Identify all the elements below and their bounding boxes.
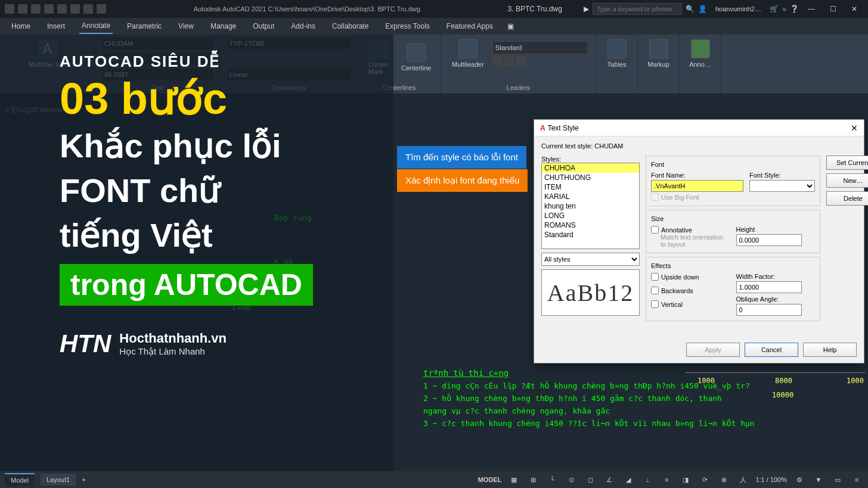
font-name-select[interactable] xyxy=(651,180,743,192)
font-style-select[interactable] xyxy=(749,180,815,192)
clean-icon[interactable]: ▭ xyxy=(831,473,844,486)
cancel-button[interactable]: Cancel xyxy=(745,343,798,357)
style-item[interactable]: khung ten xyxy=(542,201,639,211)
minimize-button[interactable]: — xyxy=(802,2,820,16)
qat-icon[interactable] xyxy=(83,4,93,14)
workspace-icon[interactable]: ▼ xyxy=(812,473,825,486)
user-label[interactable]: hoanvuminh2… xyxy=(715,5,761,13)
tab-view[interactable]: View xyxy=(176,19,196,33)
callout-step2: Xác định loại font đang thiếu xyxy=(397,169,528,192)
style-item[interactable]: CHUTHUONG xyxy=(542,173,639,182)
snap-icon[interactable]: ⊞ xyxy=(526,473,540,486)
grid-icon[interactable]: ▦ xyxy=(507,473,520,486)
leader-style-select[interactable] xyxy=(492,41,588,54)
styles-label: Styles: xyxy=(541,156,640,163)
size-group-label: Size xyxy=(651,215,815,222)
leader-icon[interactable] xyxy=(516,57,526,66)
model-space-label[interactable]: MODEL xyxy=(478,476,502,483)
isoplane-icon[interactable]: ◢ xyxy=(622,473,635,486)
qat-icon[interactable] xyxy=(18,4,27,14)
menu-bar: Home Insert Annotate Parametric View Man… xyxy=(0,18,868,35)
maximize-button[interactable]: ☐ xyxy=(824,2,842,16)
autodesk-icon[interactable]: ⟐ xyxy=(782,5,786,13)
tab-insert[interactable]: Insert xyxy=(45,19,67,33)
use-big-font-checkbox[interactable]: Use Big Font xyxy=(651,193,743,201)
dimension: 10000 xyxy=(772,391,793,399)
vertical-checkbox[interactable]: Vertical xyxy=(651,300,730,308)
cart-icon[interactable]: 🛒 xyxy=(770,5,779,13)
qat-icon[interactable] xyxy=(57,4,67,14)
font-name-label: Font Name: xyxy=(651,172,743,179)
style-item[interactable]: Standard xyxy=(542,230,639,240)
anno-scale-icon[interactable]: 人 xyxy=(736,473,749,486)
tab-addins[interactable]: Add-ins xyxy=(289,19,318,33)
delete-style-button[interactable]: Delete xyxy=(826,191,868,206)
multileader-button[interactable]: Multileader xyxy=(447,37,489,70)
tables-button[interactable]: Tables xyxy=(602,37,631,70)
title-bar: Autodesk AutoCAD 2021 C:\Users\hoanv\One… xyxy=(0,0,868,18)
gear-icon[interactable]: ⚙ xyxy=(793,473,806,486)
lineweight-icon[interactable]: ≡ xyxy=(660,473,673,486)
cycling-icon[interactable]: ⟳ xyxy=(698,473,711,486)
style-filter-select[interactable]: All styles xyxy=(541,253,640,266)
tab-collab[interactable]: Collaborate xyxy=(330,19,371,33)
style-item[interactable]: KARIAL xyxy=(542,192,639,201)
style-item[interactable]: ROMANS xyxy=(542,220,639,230)
qat-icon[interactable] xyxy=(70,4,80,14)
oblique-input[interactable] xyxy=(736,304,802,316)
callout-step1: Tìm đến style có báo lỗi font xyxy=(397,146,526,169)
centerline-button[interactable]: Centerline xyxy=(396,41,436,74)
layout-tab[interactable]: Layout1 xyxy=(41,474,76,486)
style-item[interactable]: LONG xyxy=(542,211,639,220)
tab-parametric[interactable]: Parametric xyxy=(125,19,164,33)
upside-checkbox[interactable]: Upside down xyxy=(651,273,730,281)
qat-icon[interactable] xyxy=(44,4,54,14)
help-search-input[interactable] xyxy=(593,3,682,15)
tab-output[interactable]: Output xyxy=(250,19,277,33)
add-layout-icon[interactable]: + xyxy=(82,476,85,483)
close-button[interactable]: ✕ xyxy=(845,2,863,16)
annotative-checkbox[interactable]: Annotative xyxy=(651,226,730,234)
tab-home[interactable]: Home xyxy=(9,19,33,33)
ortho-icon[interactable]: └ xyxy=(545,473,559,486)
dialog-titlebar[interactable]: A Text Style ✕ xyxy=(534,120,864,136)
qat-icon[interactable] xyxy=(97,4,106,14)
leader-icon[interactable] xyxy=(504,57,514,66)
new-style-button[interactable]: New… xyxy=(826,173,868,188)
width-factor-input[interactable] xyxy=(736,281,802,293)
osnap-icon[interactable]: ◻ xyxy=(584,473,597,486)
search-icon[interactable]: 🔍 xyxy=(686,5,695,13)
anno-icon xyxy=(691,39,710,58)
height-input[interactable] xyxy=(736,234,802,246)
backwards-checkbox[interactable]: Backwards xyxy=(651,287,730,294)
help-button[interactable]: Help xyxy=(803,343,857,357)
dimension: 1000 xyxy=(698,377,715,385)
anno-button[interactable]: Anno… xyxy=(686,37,715,70)
anno-monitor-icon[interactable]: ⊕ xyxy=(717,473,730,486)
overlay-line: Khắc phục lỗi xyxy=(60,126,393,166)
leader-icon[interactable] xyxy=(492,57,502,66)
tab-manage[interactable]: Manage xyxy=(208,19,238,33)
polar-icon[interactable]: ⊙ xyxy=(565,473,578,486)
tab-annotate[interactable]: Annotate xyxy=(79,18,113,34)
markup-button[interactable]: Markup xyxy=(644,37,673,70)
angle-icon[interactable]: ∠ xyxy=(603,473,616,486)
user-icon[interactable]: 👤 xyxy=(698,5,707,13)
track-icon[interactable]: ⟂ xyxy=(641,473,654,486)
tab-express[interactable]: Express Tools xyxy=(383,19,432,33)
font-style-label: Font Style: xyxy=(749,172,815,179)
styles-listbox[interactable]: CHUHOA CHUTHUONG ITEM KARIAL khung ten L… xyxy=(541,163,640,249)
panel-toggle-icon[interactable]: ▣ xyxy=(507,22,514,30)
qat-icon[interactable] xyxy=(31,4,41,14)
customize-icon[interactable]: ≡ xyxy=(850,473,863,486)
help-icon[interactable]: ❔ xyxy=(790,5,799,13)
style-item[interactable]: CHUHOA xyxy=(542,163,639,173)
dialog-close-button[interactable]: ✕ xyxy=(851,123,858,133)
tab-featured[interactable]: Featured Apps xyxy=(444,19,495,33)
model-tab[interactable]: Model xyxy=(5,473,35,486)
set-current-button[interactable]: Set Current xyxy=(826,156,868,170)
style-item[interactable]: ITEM xyxy=(542,182,639,192)
scale-label[interactable]: 1:1 / 100% xyxy=(755,476,787,483)
transparency-icon[interactable]: ◨ xyxy=(679,473,692,486)
oblique-label: Oblique Angle: xyxy=(736,296,816,303)
